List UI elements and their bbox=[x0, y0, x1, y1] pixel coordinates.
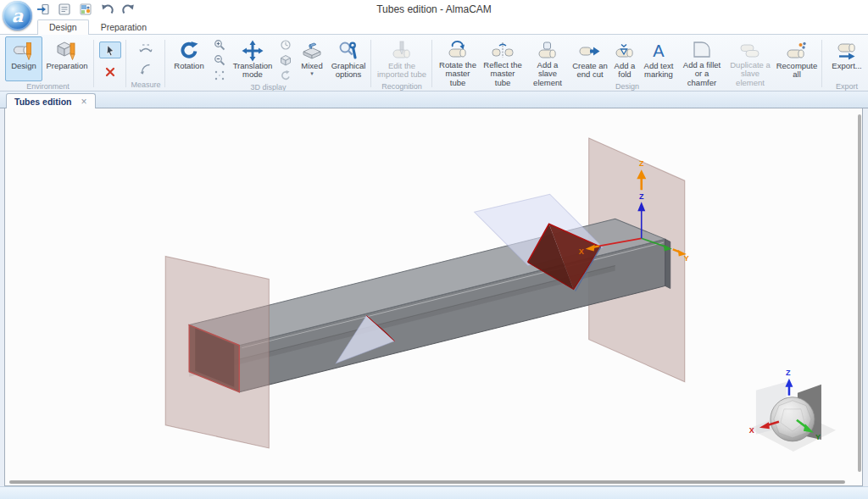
rotate-view-icon bbox=[280, 69, 292, 81]
user-preferences-button[interactable] bbox=[78, 2, 93, 17]
reflect-master-tube-button[interactable]: Reflect the master tube bbox=[481, 36, 525, 81]
preparation-cube-pencil-icon bbox=[56, 39, 78, 62]
recompute-all-icon bbox=[786, 39, 808, 62]
edit-imported-tube-button[interactable]: Edit the imported tube bbox=[375, 36, 429, 81]
add-fold-label: Add a fold bbox=[612, 62, 637, 80]
delete-selection-button[interactable] bbox=[99, 64, 121, 80]
cube-view-button[interactable] bbox=[276, 53, 295, 67]
group-label-recognition: Recognition bbox=[375, 81, 429, 91]
chevron-down-icon: ▾ bbox=[310, 70, 314, 76]
ribbon-group-3d-display: Rotation bbox=[165, 36, 371, 91]
preparation-environment-button[interactable]: Preparation bbox=[43, 36, 91, 81]
group-label-measure: Measure bbox=[130, 80, 162, 91]
zoom-in-icon bbox=[214, 39, 225, 51]
ribbon-group-measure: Measure bbox=[126, 36, 165, 91]
group-label-3d-display: 3D display bbox=[169, 82, 368, 91]
save-button[interactable] bbox=[57, 2, 72, 17]
add-fold-button[interactable]: Add a fold bbox=[610, 36, 639, 81]
measure-angle-button[interactable] bbox=[133, 59, 159, 77]
add-slave-element-button[interactable]: Add a slave element bbox=[526, 36, 570, 81]
rotation-label: Rotation bbox=[174, 62, 203, 70]
select-cursor-button[interactable] bbox=[99, 42, 121, 58]
save-icon bbox=[58, 3, 71, 16]
add-fold-icon bbox=[614, 39, 636, 62]
almacam-window: a bbox=[0, 0, 868, 499]
window-title: Tubes edition - AlmaCAM bbox=[376, 3, 492, 15]
triad-y-label: Y bbox=[684, 254, 689, 263]
horizontal-scrollbar[interactable] bbox=[9, 480, 845, 484]
cube-icon bbox=[280, 54, 292, 66]
recompute-all-label: Recompute all bbox=[776, 62, 818, 80]
zoom-out-button[interactable] bbox=[210, 53, 229, 67]
translation-mode-button[interactable]: Translation mode bbox=[230, 36, 275, 81]
exit-button[interactable] bbox=[36, 2, 51, 17]
nav-x-label: X bbox=[749, 426, 754, 435]
mixed-display-button[interactable]: Mixed ▾ bbox=[296, 36, 328, 81]
zoom-fit-icon bbox=[214, 69, 225, 81]
vertical-scrollbar[interactable] bbox=[858, 114, 861, 472]
rotate-view-button[interactable] bbox=[276, 68, 295, 82]
zoom-in-button[interactable] bbox=[210, 37, 229, 52]
create-end-cut-button[interactable]: Create an end cut bbox=[570, 36, 609, 81]
svg-text:A: A bbox=[653, 42, 665, 60]
rotation-icon bbox=[178, 39, 200, 62]
ribbon: Design Preparation Environm bbox=[0, 34, 868, 91]
add-fillet-chamfer-button[interactable]: Add a fillet or a chamfer bbox=[678, 36, 726, 81]
group-label-export: Export bbox=[826, 81, 868, 91]
rotate-master-tube-button[interactable]: Rotate the master tube bbox=[436, 36, 480, 81]
exit-icon bbox=[36, 3, 50, 16]
close-icon[interactable]: × bbox=[81, 97, 86, 107]
group-label-environment: Environment bbox=[5, 81, 91, 91]
export-button[interactable]: Export... bbox=[826, 36, 868, 81]
clock-view-button[interactable] bbox=[276, 37, 295, 52]
ribbon-group-export: Export... Export bbox=[822, 36, 868, 91]
rotate-master-tube-icon bbox=[447, 39, 469, 61]
clock-icon bbox=[280, 39, 292, 51]
redo-button[interactable] bbox=[120, 2, 136, 17]
select-cursor-icon bbox=[104, 44, 116, 57]
design-environment-label: Design bbox=[11, 62, 36, 70]
document-tab-tubes-edition[interactable]: Tubes edition × bbox=[6, 93, 96, 108]
recompute-all-button[interactable]: Recompute all bbox=[775, 36, 819, 81]
viewport-area: X Y Z Z bbox=[0, 108, 868, 486]
3d-viewport[interactable]: X Y Z Z bbox=[4, 108, 863, 486]
add-text-marking-button[interactable]: A Add text marking bbox=[640, 36, 677, 81]
design-environment-button[interactable]: Design bbox=[5, 36, 42, 81]
duplicate-slave-element-button[interactable]: Duplicate a slave element bbox=[726, 36, 774, 81]
edit-imported-tube-label: Edit the imported tube bbox=[376, 62, 427, 80]
graphical-options-button[interactable]: Graphical options bbox=[329, 36, 368, 81]
document-tab-bar: Tubes edition × bbox=[0, 91, 868, 108]
nav-z-label: Z bbox=[786, 369, 791, 377]
ribbon-tab-row: Design Preparation bbox=[0, 19, 868, 34]
group-label-selection bbox=[97, 80, 123, 91]
measure-dimension-icon bbox=[138, 42, 153, 54]
mixed-display-label: Mixed bbox=[301, 62, 322, 70]
ribbon-group-design: Rotate the master tube Reflect the maste… bbox=[432, 36, 822, 91]
almacam-logo[interactable]: a bbox=[3, 1, 32, 30]
group-label-design: Design bbox=[436, 81, 819, 91]
measure-dimension-button[interactable] bbox=[133, 39, 159, 57]
triad-z-view-label: Z bbox=[639, 192, 644, 201]
text-marking-icon: A bbox=[648, 39, 670, 62]
delete-red-x-icon bbox=[104, 66, 116, 78]
reflect-master-tube-icon bbox=[492, 39, 514, 61]
ribbon-group-environment: Design Preparation Environm bbox=[2, 36, 94, 91]
ribbon-group-selection bbox=[94, 36, 126, 91]
create-end-cut-icon bbox=[579, 39, 601, 62]
rotation-button[interactable]: Rotation bbox=[169, 36, 209, 81]
ribbon-tab-design[interactable]: Design bbox=[37, 19, 89, 35]
zoom-fit-button[interactable] bbox=[210, 68, 229, 82]
graphical-options-label: Graphical options bbox=[331, 62, 366, 80]
translation-move-icon bbox=[242, 39, 264, 62]
triad-x-label: X bbox=[579, 247, 584, 256]
document-tab-label: Tubes edition bbox=[14, 97, 71, 107]
ribbon-tab-preparation[interactable]: Preparation bbox=[89, 19, 159, 34]
titlebar: a bbox=[0, 0, 868, 19]
nav-cube[interactable]: X Y Z bbox=[749, 369, 836, 452]
edit-imported-tube-icon bbox=[391, 39, 413, 62]
section-plane-left[interactable] bbox=[165, 256, 269, 448]
undo-button[interactable] bbox=[99, 2, 114, 17]
preparation-environment-label: Preparation bbox=[46, 62, 87, 70]
add-text-marking-label: Add text marking bbox=[642, 62, 676, 80]
zoom-out-icon bbox=[214, 54, 225, 66]
